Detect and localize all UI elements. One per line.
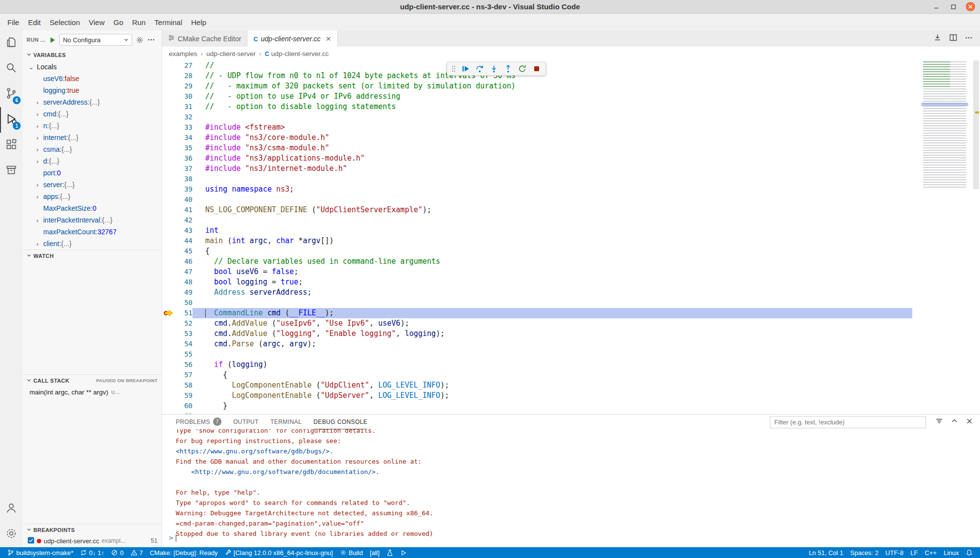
code-line[interactable]: 44main (int argc, char *argv[]): [162, 236, 980, 246]
line-content[interactable]: LogComponentEnable ("UdpServer", LOG_LEV…: [192, 391, 912, 401]
gutter-glyph[interactable]: [162, 287, 175, 298]
gutter-glyph[interactable]: [162, 329, 175, 339]
line-content[interactable]: cmd.AddValue ("logging", "Enable logging…: [192, 329, 912, 339]
close-panel-icon[interactable]: [966, 418, 973, 427]
code-line[interactable]: 58 LogComponentEnable ("UdpClient", LOG_…: [162, 380, 980, 391]
line-number[interactable]: 57: [175, 370, 192, 380]
toolbar-drag-handle[interactable]: [451, 63, 457, 74]
variable-row[interactable]: ›n: {...}: [23, 120, 162, 132]
gutter-glyph[interactable]: [162, 133, 175, 143]
tab-cmake-cache-editor[interactable]: CMake Cache Editor: [162, 30, 247, 47]
code-line[interactable]: 51 CommandLine cmd (__FILE__);: [162, 308, 980, 318]
panel-tab-problems[interactable]: PROBLEMS7: [176, 415, 221, 429]
status-item-eol[interactable]: LF: [907, 547, 921, 558]
status-item-cmake-kit[interactable]: [Clang 12.0.0 x86_64-pc-linux-gnu]: [221, 547, 336, 558]
code-line[interactable]: 47 bool useV6 = false;: [162, 267, 980, 277]
gutter-glyph[interactable]: [162, 267, 175, 277]
step-out-icon[interactable]: [503, 63, 514, 74]
line-number[interactable]: 60: [175, 401, 192, 411]
line-number[interactable]: 39: [175, 184, 192, 195]
line-number[interactable]: 54: [175, 339, 192, 349]
more-actions-icon[interactable]: [147, 36, 155, 44]
gutter-glyph[interactable]: [162, 411, 175, 414]
status-item-launch[interactable]: [397, 547, 410, 558]
line-number[interactable]: 44: [175, 236, 192, 246]
line-number[interactable]: 42: [175, 215, 192, 225]
gutter-glyph[interactable]: [162, 102, 175, 112]
console-input[interactable]: >: [169, 533, 176, 543]
code-line[interactable]: 37#include "ns3/internet-module.h": [162, 164, 980, 174]
status-item-os[interactable]: Linux: [940, 547, 962, 558]
watch-section-header[interactable]: WATCH: [23, 250, 162, 261]
clear-console-icon[interactable]: [935, 417, 943, 427]
close-button[interactable]: [966, 2, 975, 11]
variable-row[interactable]: MaxPacketSize: 0: [23, 202, 162, 214]
line-content[interactable]: #include "ns3/core-module.h": [192, 133, 912, 143]
gutter-glyph[interactable]: [162, 195, 175, 205]
gutter-glyph[interactable]: [162, 370, 175, 380]
line-content[interactable]: #include "ns3/csma-module.h": [192, 143, 912, 153]
line-number[interactable]: 47: [175, 267, 192, 277]
activity-search[interactable]: [0, 56, 23, 82]
variable-row[interactable]: ›d: {...}: [23, 155, 162, 167]
code-line[interactable]: 50: [162, 298, 980, 308]
line-number[interactable]: 51: [175, 308, 192, 318]
line-number[interactable]: 30: [175, 91, 192, 102]
line-number[interactable]: 41: [175, 205, 192, 215]
gutter-glyph[interactable]: [162, 184, 175, 195]
gutter-glyph[interactable]: [162, 236, 175, 246]
gutter-glyph[interactable]: [162, 380, 175, 391]
code-editor[interactable]: 27//28// - UDP flow from n0 to n1 of 102…: [162, 60, 980, 414]
console-filter-input[interactable]: [770, 416, 926, 428]
line-number[interactable]: 28: [175, 71, 192, 81]
breadcrumb-item[interactable]: udp-client-server.cc: [265, 50, 328, 57]
activity-testing[interactable]: [0, 158, 23, 184]
maximize-button[interactable]: [949, 2, 958, 11]
code-line[interactable]: 35#include "ns3/csma-module.h": [162, 143, 980, 153]
line-content[interactable]: [192, 174, 912, 184]
status-item-build[interactable]: Build: [336, 547, 366, 558]
gutter-glyph[interactable]: [162, 122, 175, 133]
line-number[interactable]: 49: [175, 287, 192, 298]
line-content[interactable]: int: [192, 225, 912, 236]
breakpoints-section-header[interactable]: BREAKPOINTS: [23, 524, 162, 535]
line-content[interactable]: {: [192, 370, 912, 380]
status-item-warnings[interactable]: 7: [127, 547, 146, 558]
status-item-build-target[interactable]: [all]: [366, 547, 383, 558]
code-line[interactable]: 39using namespace ns3;: [162, 184, 980, 195]
line-content[interactable]: [192, 298, 912, 308]
step-into-icon[interactable]: [489, 63, 499, 74]
menu-selection[interactable]: Selection: [45, 16, 84, 28]
line-content[interactable]: // - maximum of 320 packets sent (or lim…: [192, 81, 912, 91]
locals-group[interactable]: ⌄ Locals: [23, 61, 162, 73]
gutter-glyph[interactable]: [162, 81, 175, 91]
variable-row[interactable]: ›server: {...}: [23, 179, 162, 191]
variable-row[interactable]: ›serverAddress: {...}: [23, 96, 162, 108]
restart-icon[interactable]: [517, 63, 528, 74]
variable-row[interactable]: ›apps: {...}: [23, 191, 162, 202]
gutter-glyph[interactable]: [162, 174, 175, 184]
line-number[interactable]: 58: [175, 380, 192, 391]
start-debugging-button[interactable]: [49, 36, 56, 44]
close-tab-icon[interactable]: [326, 36, 331, 42]
editor-scrollbar[interactable]: [972, 60, 980, 414]
line-number[interactable]: 56: [175, 360, 192, 370]
gutter-glyph[interactable]: [162, 318, 175, 329]
code-line[interactable]: 49 Address serverAddress;: [162, 287, 980, 298]
code-line[interactable]: 53 cmd.AddValue ("logging", "Enable logg…: [162, 329, 980, 339]
code-line[interactable]: 56 if (logging): [162, 360, 980, 370]
gutter-glyph[interactable]: [162, 349, 175, 360]
line-content[interactable]: //: [192, 60, 912, 71]
gutter-glyph[interactable]: [162, 71, 175, 81]
line-content[interactable]: using namespace ns3;: [192, 184, 912, 195]
variable-row[interactable]: port: 0: [23, 167, 162, 179]
gutter-glyph[interactable]: [162, 246, 175, 256]
breakpoint-checkbox[interactable]: [27, 537, 34, 545]
menu-terminal[interactable]: Terminal: [150, 16, 187, 28]
code-line[interactable]: 40: [162, 195, 980, 205]
more-actions-icon[interactable]: [965, 34, 973, 44]
menu-run[interactable]: Run: [128, 16, 150, 28]
code-line[interactable]: 61: [162, 411, 980, 414]
gutter-glyph[interactable]: [162, 225, 175, 236]
line-content[interactable]: // - option to use IPv4 or IPv6 addressi…: [192, 91, 912, 102]
